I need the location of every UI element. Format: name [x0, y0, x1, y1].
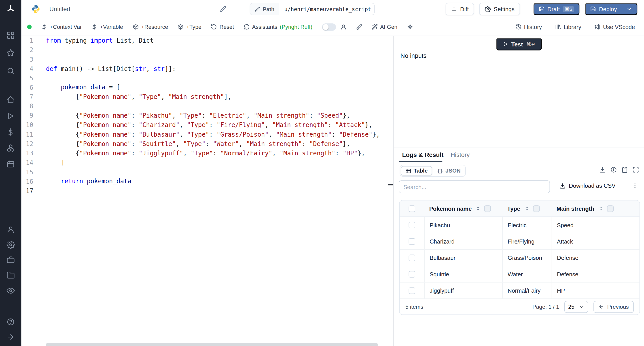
clipboard-copy-icon[interactable] [622, 167, 628, 173]
column-filter-checkbox[interactable] [607, 205, 613, 212]
windmill-logo-icon[interactable] [6, 4, 15, 13]
code-line[interactable]: {"Pokemon name": "Bulbasaur", "Type": "G… [46, 130, 393, 139]
row-checkbox[interactable] [409, 222, 415, 228]
format-brush-icon[interactable] [356, 24, 362, 30]
folders-icon[interactable] [6, 271, 15, 279]
code-line[interactable] [46, 55, 393, 64]
test-label: Test [511, 41, 523, 47]
favorites-star-icon[interactable] [6, 49, 15, 57]
code-line[interactable]: ["Pokemon name", "Type", "Main strength"… [46, 92, 393, 102]
chevron-down-icon[interactable] [626, 6, 632, 12]
sort-icon[interactable] [476, 206, 481, 211]
history-label: History [524, 24, 542, 30]
info-icon[interactable] [610, 167, 617, 173]
add-type-button[interactable]: +Type [178, 24, 202, 30]
edit-summary-pencil-icon[interactable] [220, 6, 226, 12]
column-header-pokemon-name[interactable]: Pokemon name [424, 205, 502, 212]
view-table-segment[interactable]: Table [401, 166, 432, 175]
multiplayer-user-icon[interactable] [340, 24, 346, 30]
deploy-button[interactable]: Deploy [585, 3, 637, 15]
tab-history[interactable]: History [450, 151, 470, 158]
table-row[interactable]: CharizardFire/FlyingAttack [400, 233, 640, 250]
test-button[interactable]: Test ⌘↵ [496, 38, 542, 50]
path-field[interactable]: Path u/henri/maneuverable_script [250, 3, 374, 15]
page-info: Page: 1 / 1 [532, 304, 559, 310]
code-line[interactable]: {"Pokemon name": "Jigglypuff", "Type": "… [46, 149, 393, 158]
assistants-button[interactable]: Assistants (Pyright Ruff) [244, 24, 312, 30]
resources-boxes-icon[interactable] [6, 144, 15, 152]
select-all-checkbox[interactable] [409, 205, 415, 212]
code-line[interactable]: {"Pokemon name": "Charizard", "Type": "F… [46, 121, 393, 130]
add-resource-button[interactable]: +Resource [132, 24, 168, 30]
settings-button[interactable]: Settings [480, 3, 520, 15]
column-filter-checkbox[interactable] [533, 205, 539, 212]
diff-button[interactable]: Diff [446, 3, 474, 15]
path-value[interactable]: u/henri/maneuverable_script [279, 3, 374, 15]
use-vscode-button[interactable]: Use VScode [594, 24, 635, 30]
help-icon[interactable] [6, 318, 15, 326]
column-header-main-strength[interactable]: Main strength [552, 205, 640, 212]
code-line[interactable] [46, 45, 393, 55]
code-line[interactable]: def main() -> List[Dict[str, str]]: [46, 64, 393, 74]
download-icon[interactable] [599, 167, 606, 173]
reset-button[interactable]: Reset [211, 24, 234, 30]
row-checkbox[interactable] [409, 271, 415, 277]
kebab-menu-icon[interactable] [632, 182, 638, 189]
table-row[interactable]: BulbasaurGrass/PoisonDefense [400, 250, 640, 266]
add-context-var-button[interactable]: +Context Var [41, 24, 82, 30]
code-line[interactable]: pokemon_data = [ [46, 83, 393, 92]
previous-label: Previous [607, 304, 629, 310]
code-line[interactable] [46, 168, 393, 177]
sort-icon[interactable] [598, 206, 603, 211]
row-checkbox[interactable] [409, 254, 415, 261]
audit-eye-icon[interactable] [6, 287, 15, 295]
view-json-segment[interactable]: {} JSON [433, 167, 465, 175]
sparkles-icon[interactable] [407, 24, 413, 30]
code-line[interactable]: from typing import List, Dict [46, 36, 393, 45]
code-line[interactable]: {"Pokemon name": "Pikachu", "Type": "Ele… [46, 111, 393, 121]
previous-page-button[interactable]: Previous [594, 301, 634, 313]
variables-dollar-icon[interactable] [6, 128, 15, 136]
table-cell: Speed [552, 217, 640, 233]
add-variable-button[interactable]: +Variable [91, 24, 123, 30]
sort-icon[interactable] [524, 206, 529, 211]
editor-code[interactable]: from typing import List, Dictdef main() … [46, 36, 393, 196]
code-editor[interactable]: 1234567891011121314151617 from typing im… [22, 36, 393, 346]
library-label: Library [564, 24, 582, 30]
search-icon[interactable] [6, 67, 15, 75]
code-line[interactable] [46, 186, 393, 195]
page-size-select[interactable]: 25 [564, 301, 588, 313]
library-button[interactable]: Library [555, 24, 581, 30]
row-checkbox[interactable] [409, 287, 415, 294]
assistant-toggle[interactable] [322, 23, 336, 31]
download-csv-button[interactable]: Download as CSV [560, 182, 616, 189]
code-line[interactable]: ] [46, 158, 393, 168]
schedules-calendar-icon[interactable] [6, 160, 15, 168]
code-line[interactable]: {"Pokemon name": "Squirtle", "Type": "Wa… [46, 139, 393, 149]
table-row[interactable]: JigglypuffNormal/FairyHP [400, 283, 640, 299]
table-row[interactable]: PikachuElectricSpeed [400, 217, 640, 233]
splitter-handle[interactable] [388, 184, 393, 185]
home-icon[interactable] [6, 96, 15, 104]
code-line[interactable]: return pokemon_data [46, 177, 393, 186]
apps-grid-icon[interactable] [6, 31, 15, 39]
draft-button[interactable]: Draft ⌘S [533, 3, 580, 15]
settings-gear-icon[interactable] [6, 241, 15, 249]
editor-horizontal-scrollbar[interactable] [46, 343, 378, 346]
runs-play-icon[interactable] [6, 112, 15, 120]
code-line[interactable] [46, 102, 393, 111]
expand-icon[interactable] [632, 167, 639, 173]
column-filter-checkbox[interactable] [484, 205, 491, 212]
code-line[interactable] [46, 74, 393, 83]
expand-arrow-icon[interactable] [6, 333, 15, 341]
table-cell: Defense [552, 266, 640, 282]
table-row[interactable]: SquirtleWaterDefense [400, 266, 640, 282]
search-input[interactable] [399, 180, 550, 193]
tab-logs-result[interactable]: Logs & Result [402, 151, 444, 158]
row-checkbox[interactable] [409, 238, 415, 244]
user-icon[interactable] [6, 225, 15, 234]
column-header-type[interactable]: Type [502, 205, 552, 212]
history-button[interactable]: History [516, 24, 542, 30]
ai-gen-button[interactable]: AI Gen [372, 24, 397, 30]
workers-briefcase-icon[interactable] [6, 256, 15, 264]
